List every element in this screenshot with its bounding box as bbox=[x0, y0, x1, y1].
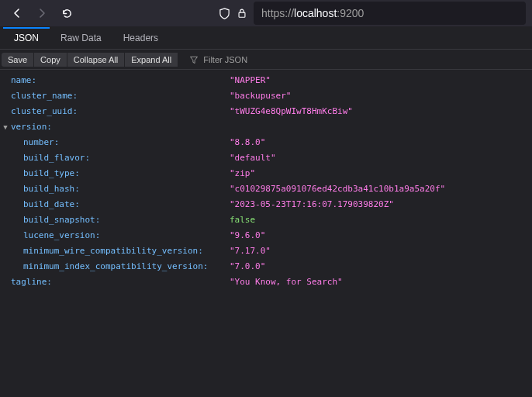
address-bar[interactable]: https://localhost:9200 bbox=[254, 2, 526, 25]
json-row[interactable]: cluster_name: "backupuser" bbox=[0, 88, 532, 104]
expand-all-button[interactable]: Expand All bbox=[125, 53, 178, 67]
json-row[interactable]: build_snapshot: false bbox=[0, 212, 532, 228]
json-row[interactable]: name: "NAPPER" bbox=[0, 73, 532, 88]
json-value: "2023-05-23T17:16:07.179039820Z" bbox=[230, 197, 394, 212]
filter-icon bbox=[189, 55, 199, 64]
shield-icon[interactable] bbox=[219, 8, 230, 19]
svg-rect-0 bbox=[239, 12, 245, 17]
json-value: "c01029875a091076ed42cdb3a41c10b1a9a5a20… bbox=[230, 181, 445, 197]
reload-button[interactable] bbox=[56, 2, 78, 24]
json-row[interactable]: tagline: "You Know, for Search" bbox=[0, 274, 532, 290]
json-value: "zip" bbox=[230, 166, 255, 181]
tab-json[interactable]: JSON bbox=[3, 27, 50, 49]
save-button[interactable]: Save bbox=[2, 53, 33, 67]
action-bar: Save Copy Collapse All Expand All bbox=[0, 50, 532, 70]
json-row[interactable]: cluster_uuid: "tWUZG4e8QpWIwT8HmKcBiw" bbox=[0, 104, 532, 119]
json-value: "default" bbox=[230, 150, 276, 166]
url-host: localhost bbox=[294, 7, 337, 19]
filter-input[interactable] bbox=[203, 55, 281, 64]
tab-raw-data[interactable]: Raw Data bbox=[50, 27, 112, 49]
json-value: "7.0.0" bbox=[230, 259, 265, 274]
back-button[interactable] bbox=[6, 2, 28, 24]
json-value: "backupuser" bbox=[230, 88, 291, 104]
json-value: "NAPPER" bbox=[230, 73, 271, 88]
json-value: "tWUZG4e8QpWIwT8HmKcBiw" bbox=[230, 104, 353, 119]
json-value: "You Know, for Search" bbox=[230, 274, 343, 290]
url-scheme: https:// bbox=[261, 7, 294, 19]
arrow-right-icon bbox=[36, 7, 48, 19]
forward-button[interactable] bbox=[31, 2, 53, 24]
lock-icon[interactable] bbox=[237, 8, 247, 19]
json-row[interactable]: lucene_version: "9.6.0" bbox=[0, 228, 532, 243]
reload-icon bbox=[61, 8, 73, 19]
copy-button[interactable]: Copy bbox=[34, 53, 67, 67]
json-value: "7.17.0" bbox=[230, 243, 271, 259]
json-row[interactable]: ▼ version: bbox=[0, 119, 532, 135]
arrow-left-icon bbox=[11, 7, 23, 19]
json-value: "8.8.0" bbox=[230, 135, 265, 150]
tab-headers[interactable]: Headers bbox=[112, 27, 169, 49]
json-value: "9.6.0" bbox=[230, 228, 265, 243]
toggle-icon bbox=[0, 73, 11, 88]
json-row[interactable]: build_hash: "c01029875a091076ed42cdb3a41… bbox=[0, 181, 532, 197]
json-row[interactable]: build_type: "zip" bbox=[0, 166, 532, 181]
json-row[interactable]: minimum_index_compatibility_version: "7.… bbox=[0, 259, 532, 274]
view-tabs: JSON Raw Data Headers bbox=[0, 26, 532, 50]
json-row[interactable]: minimum_wire_compatibility_version: "7.1… bbox=[0, 243, 532, 259]
browser-toolbar: https://localhost:9200 bbox=[0, 0, 532, 26]
collapse-all-button[interactable]: Collapse All bbox=[67, 53, 124, 67]
filter-wrap bbox=[185, 55, 285, 64]
json-viewer: name: "NAPPER" cluster_name: "backupuser… bbox=[0, 70, 532, 293]
json-row[interactable]: number: "8.8.0" bbox=[0, 135, 532, 150]
url-port: :9200 bbox=[337, 7, 364, 19]
collapse-icon[interactable]: ▼ bbox=[0, 119, 11, 135]
json-value: false bbox=[230, 212, 255, 228]
json-row[interactable]: build_date: "2023-05-23T17:16:07.1790398… bbox=[0, 197, 532, 212]
json-row[interactable]: build_flavor: "default" bbox=[0, 150, 532, 166]
